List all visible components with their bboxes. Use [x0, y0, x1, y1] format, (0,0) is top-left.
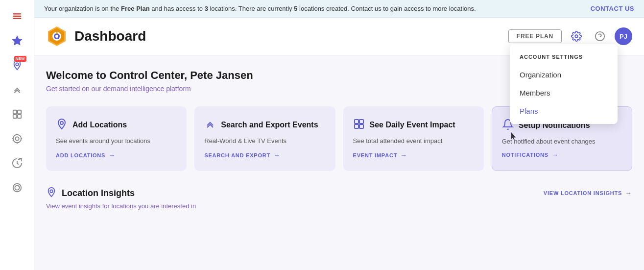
page-header: Dashboard FREE PLAN PJ [34, 18, 644, 55]
insights-section: Location Insights VIEW LOCATION INSIGHTS… [46, 187, 632, 210]
card-title: Setup Notifications [519, 121, 590, 130]
svg-point-10 [15, 137, 19, 140]
header-right: FREE PLAN PJ [508, 27, 632, 45]
card-title: Add Locations [72, 121, 127, 129]
svg-point-22 [55, 35, 58, 38]
welcome-title: Welcome to Control Center, Pete Jansen [46, 69, 632, 82]
card-link-event-impact[interactable]: EVENT IMPACT [353, 151, 474, 159]
card-title: See Daily Event Impact [370, 121, 455, 129]
sidebar-item-rankings[interactable] [7, 79, 27, 100]
insights-title: Location Insights [62, 188, 135, 198]
svg-point-17 [12, 182, 23, 193]
svg-point-4 [16, 63, 19, 66]
main-content: Your organization is on the Free Plan an… [34, 0, 644, 270]
card-link-notifications[interactable]: NOTIFICATIONS [502, 151, 622, 159]
sidebar: NEW [0, 0, 34, 270]
card-header: Setup Notifications [502, 119, 622, 132]
welcome-subtitle: Get started on our demand intelligence p… [46, 85, 632, 93]
new-badge: NEW [14, 56, 26, 62]
sidebar-item-locations[interactable]: NEW [7, 55, 27, 75]
svg-rect-30 [355, 124, 358, 128]
notifications-icon [502, 119, 514, 132]
svg-marker-3 [12, 36, 21, 45]
cards-grid: Add Locations See events around your loc… [46, 106, 632, 171]
header-left: Dashboard [46, 25, 146, 47]
svg-point-32 [50, 190, 53, 193]
svg-rect-28 [355, 120, 358, 123]
card-description: Real-World & Live TV Events [204, 137, 325, 146]
search-export-icon [204, 118, 216, 132]
free-plan-button[interactable]: FREE PLAN [508, 29, 562, 43]
page-title: Dashboard [74, 28, 146, 44]
card-add-locations[interactable]: Add Locations See events around your loc… [46, 106, 187, 171]
svg-point-23 [56, 32, 58, 34]
card-header: See Daily Event Impact [353, 118, 474, 132]
card-link-add-locations[interactable]: ADD LOCATIONS [56, 151, 177, 159]
help-button[interactable] [591, 27, 609, 45]
welcome-section: Welcome to Control Center, Pete Jansen G… [46, 69, 632, 93]
insights-view-link[interactable]: VIEW LOCATION INSIGHTS [544, 189, 632, 197]
card-description: Get notified about event changes [502, 137, 622, 146]
card-link-search-export[interactable]: SEARCH AND EXPORT [204, 151, 325, 159]
svg-point-16 [14, 185, 20, 191]
insights-icon [46, 187, 57, 199]
card-header: Add Locations [56, 118, 177, 132]
svg-rect-5 [13, 110, 16, 114]
gear-icon [571, 31, 582, 42]
card-event-impact[interactable]: See Daily Event Impact See total attende… [343, 106, 484, 171]
user-avatar[interactable]: PJ [615, 27, 632, 45]
svg-rect-6 [17, 110, 21, 114]
svg-point-24 [575, 35, 578, 38]
svg-rect-31 [359, 124, 363, 128]
sidebar-item-menu[interactable] [7, 6, 27, 26]
svg-rect-7 [13, 115, 16, 118]
card-notifications[interactable]: Setup Notifications Get notified about e… [492, 106, 632, 171]
card-search-export[interactable]: Search and Export Events Real-World & Li… [194, 106, 335, 171]
location-icon [56, 118, 68, 132]
question-icon [595, 31, 605, 42]
banner-text: Your organization is on the Free Plan an… [44, 5, 476, 12]
sidebar-item-layers[interactable] [7, 104, 27, 124]
sidebar-item-diamond[interactable] [7, 177, 27, 198]
impact-icon [353, 118, 365, 132]
insights-header: Location Insights VIEW LOCATION INSIGHTS [46, 187, 632, 199]
svg-rect-8 [17, 115, 21, 118]
app-logo [46, 25, 68, 47]
svg-point-27 [60, 122, 63, 124]
card-header: Search and Export Events [204, 118, 325, 132]
card-title: Search and Export Events [221, 121, 318, 129]
card-description: See events around your locations [56, 137, 177, 146]
insights-subtitle: View event insights for locations you ar… [46, 202, 632, 210]
sidebar-item-target[interactable] [7, 128, 27, 149]
sidebar-item-analytics[interactable] [7, 153, 27, 173]
svg-point-9 [13, 135, 21, 143]
insights-title-group: Location Insights [46, 187, 135, 199]
content-area: Welcome to Control Center, Pete Jansen G… [34, 55, 644, 270]
contact-us-link[interactable]: CONTACT US [591, 5, 634, 12]
svg-rect-29 [359, 120, 363, 123]
svg-line-15 [18, 159, 21, 160]
card-description: See total attended event impact [353, 137, 474, 146]
settings-button[interactable] [568, 27, 585, 45]
top-banner: Your organization is on the Free Plan an… [34, 0, 644, 18]
sidebar-item-favorites[interactable] [7, 30, 27, 51]
